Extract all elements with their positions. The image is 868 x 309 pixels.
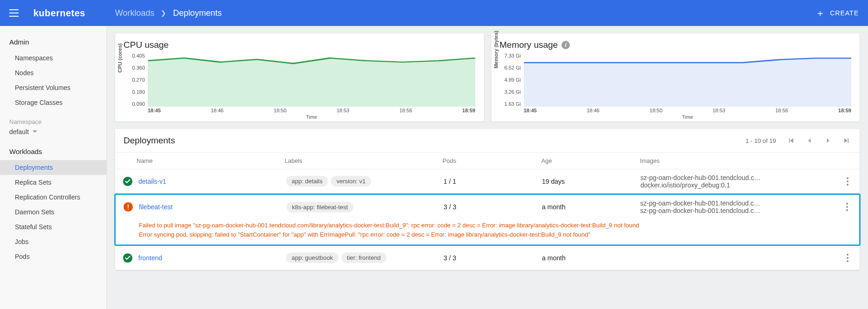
deployment-name-link[interactable]: details-v1: [138, 178, 286, 185]
memory-card-title: Memory usage: [500, 40, 558, 50]
menu-icon[interactable]: [9, 6, 22, 19]
age-cell: 19 days: [542, 178, 640, 185]
sidebar-item-deployments[interactable]: Deployments: [0, 160, 106, 175]
app-header: kubernetes Workloads ❯ Deployments ＋ CRE…: [0, 0, 868, 26]
row-menu-icon[interactable]: [837, 254, 858, 262]
label-chip: version: v1: [331, 176, 371, 187]
deployments-card: Deployments 1 - 10 of 19 Name Labels Pod…: [115, 129, 860, 270]
table-row: filebeat-test k8s-app: filebeat-test 3 /…: [116, 195, 859, 219]
images-cell: sz-pg-oam-docker-hub-001.tendcloud.com…s…: [640, 200, 837, 214]
status-ok-icon: [117, 253, 138, 263]
create-label: CREATE: [830, 9, 859, 17]
cpu-usage-card: CPU usage CPU (cores) 0.405 0.360 0.270 …: [115, 33, 484, 122]
label-chip: k8s-app: filebeat-test: [287, 202, 354, 212]
age-cell: a month: [542, 254, 640, 262]
sidebar-admin-title: Admin: [0, 34, 106, 51]
page-first-icon[interactable]: [786, 136, 796, 145]
cpu-time-label: Time: [148, 114, 476, 120]
create-button[interactable]: ＋ CREATE: [816, 8, 859, 18]
sidebar-item-daemon-sets[interactable]: Daemon Sets: [0, 205, 106, 219]
brand: kubernetes: [33, 8, 85, 19]
sidebar-item-nodes[interactable]: Nodes: [0, 65, 106, 80]
error-message: Failed to pull image "sz-pg-oam-docker-h…: [117, 219, 857, 241]
svg-rect-3: [128, 209, 129, 210]
pods-cell: 1 / 1: [444, 178, 542, 185]
row-menu-icon[interactable]: [837, 177, 858, 186]
labels-cell: app: guestbooktier: frontend: [286, 252, 444, 263]
pagination-range: 1 - 10 of 19: [745, 137, 776, 144]
sidebar-item-replication-controllers[interactable]: Replication Controllers: [0, 190, 106, 205]
memory-usage-card: Memory usage i Memory (bytes) 7.33 Gi 6.…: [491, 33, 860, 122]
sidebar: Admin Namespaces Nodes Persistent Volume…: [0, 26, 107, 309]
deployments-title: Deployments: [124, 135, 175, 146]
sidebar-item-pods[interactable]: Pods: [0, 249, 106, 264]
svg-rect-2: [128, 205, 129, 208]
label-chip: app: details: [286, 176, 328, 187]
table-header: Name Labels Pods Age Images: [115, 153, 860, 169]
namespace-value: default: [9, 128, 29, 135]
label-chip: tier: frontend: [341, 252, 386, 263]
highlighted-error-row: filebeat-test k8s-app: filebeat-test 3 /…: [114, 193, 861, 246]
table-row: frontend app: guestbooktier: frontend 3 …: [115, 246, 860, 270]
pods-cell: 3 / 3: [444, 203, 542, 211]
pods-cell: 3 / 3: [444, 254, 542, 262]
namespace-select[interactable]: default: [0, 128, 106, 144]
status-error-icon: [117, 202, 139, 212]
age-cell: a month: [542, 203, 640, 211]
chevron-right-icon: ❯: [161, 9, 166, 17]
sidebar-item-replica-sets[interactable]: Replica Sets: [0, 175, 106, 190]
breadcrumb-workloads[interactable]: Workloads: [115, 8, 155, 18]
page-next-icon[interactable]: [823, 136, 833, 145]
sidebar-item-stateful-sets[interactable]: Stateful Sets: [0, 219, 106, 234]
deployment-name-link[interactable]: filebeat-test: [139, 203, 287, 211]
memory-y-axis: Memory (bytes) 7.33 Gi 6.52 Gi 4.89 Gi 3…: [500, 52, 524, 117]
page-prev-icon[interactable]: [805, 136, 814, 145]
memory-chart: [524, 52, 852, 107]
table-body: details-v1 app: detailsversion: v1 1 / 1…: [115, 169, 860, 270]
namespace-label: Namespace: [0, 110, 106, 128]
page-last-icon[interactable]: [842, 136, 851, 145]
table-row: details-v1 app: detailsversion: v1 1 / 1…: [115, 169, 860, 193]
row-menu-icon[interactable]: [837, 203, 857, 211]
cpu-card-title: CPU usage: [124, 40, 476, 50]
labels-cell: app: detailsversion: v1: [286, 176, 444, 187]
memory-x-axis: 18:4518:4618:5018:5318:5618:59: [524, 107, 852, 113]
cpu-x-axis: 18:4518:4618:5018:5318:5618:59: [148, 107, 476, 113]
plus-icon: ＋: [816, 8, 825, 18]
pagination: 1 - 10 of 19: [745, 136, 851, 145]
content-area: CPU usage CPU (cores) 0.405 0.360 0.270 …: [107, 26, 868, 309]
images-cell: sz-pg-oam-docker-hub-001.tendcloud.com…d…: [640, 174, 837, 189]
sidebar-item-namespaces[interactable]: Namespaces: [0, 51, 106, 65]
breadcrumb-deployments[interactable]: Deployments: [173, 8, 222, 18]
cpu-chart: [148, 52, 476, 107]
chevron-down-icon: [33, 129, 37, 134]
memory-time-label: Time: [524, 114, 852, 120]
breadcrumb: Workloads ❯ Deployments: [115, 8, 222, 18]
sidebar-item-persistent-volumes[interactable]: Persistent Volumes: [0, 80, 106, 95]
sidebar-workloads-title: Workloads: [0, 144, 106, 160]
sidebar-item-jobs[interactable]: Jobs: [0, 234, 106, 249]
sidebar-item-storage-classes[interactable]: Storage Classes: [0, 95, 106, 110]
info-icon[interactable]: i: [561, 41, 570, 49]
label-chip: app: guestbook: [286, 252, 339, 263]
deployment-name-link[interactable]: frontend: [138, 254, 286, 262]
labels-cell: k8s-app: filebeat-test: [287, 202, 444, 212]
cpu-y-axis: CPU (cores) 0.405 0.360 0.270 0.180 0.09…: [124, 52, 148, 117]
status-ok-icon: [117, 176, 138, 187]
